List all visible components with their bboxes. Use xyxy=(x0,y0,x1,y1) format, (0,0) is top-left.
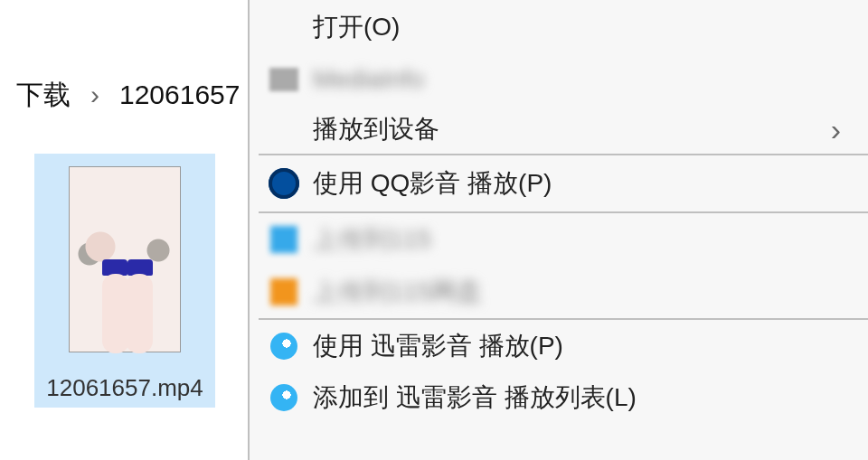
menu-xunlei-addlist-label: 添加到 迅雷影音 播放列表(L) xyxy=(313,380,637,415)
menu-upload-2[interactable]: 上传到115网盘 xyxy=(250,266,868,318)
menu-upload1-label: 上传到115 xyxy=(313,222,431,257)
menu-open-label: 打开(O) xyxy=(313,10,400,44)
file-name-label: 12061657.mp4 xyxy=(46,374,203,402)
file-item[interactable]: 12061657.mp4 xyxy=(34,154,215,408)
menu-qq-play-label: 使用 QQ影音 播放(P) xyxy=(313,166,552,201)
menu-upload-1[interactable]: 上传到115 xyxy=(250,213,868,266)
xunlei-icon xyxy=(268,330,300,362)
video-thumbnail[interactable] xyxy=(69,166,181,352)
menu-open[interactable]: 打开(O) xyxy=(250,0,868,54)
menu-xunlei-play-label: 使用 迅雷影音 播放(P) xyxy=(313,329,563,363)
chevron-right-icon: › xyxy=(90,80,99,110)
breadcrumb-current[interactable]: 12061657 xyxy=(119,80,240,110)
context-menu: 打开(O) MediaInfo 播放到设备 › 使用 QQ影音 播放(P) 上传… xyxy=(248,0,868,460)
menu-mediainfo[interactable]: MediaInfo xyxy=(250,54,868,104)
upload-115-pan-icon xyxy=(268,276,300,308)
menu-upload2-label: 上传到115网盘 xyxy=(313,275,482,309)
xunlei-icon xyxy=(268,381,300,414)
menu-mediainfo-label: MediaInfo xyxy=(313,65,424,94)
mediainfo-icon xyxy=(268,63,300,96)
menu-xunlei-play[interactable]: 使用 迅雷影音 播放(P) xyxy=(250,320,868,372)
breadcrumb-folder[interactable]: 下载 xyxy=(16,77,71,114)
menu-cast-to-device[interactable]: 播放到设备 › xyxy=(250,104,868,154)
submenu-chevron-icon: › xyxy=(831,111,841,146)
upload-115-icon xyxy=(268,223,300,256)
menu-xunlei-add-list[interactable]: 添加到 迅雷影音 播放列表(L) xyxy=(250,372,868,423)
qq-player-icon xyxy=(268,167,300,200)
menu-qq-play[interactable]: 使用 QQ影音 播放(P) xyxy=(250,155,868,211)
menu-cast-label: 播放到设备 xyxy=(313,112,439,146)
